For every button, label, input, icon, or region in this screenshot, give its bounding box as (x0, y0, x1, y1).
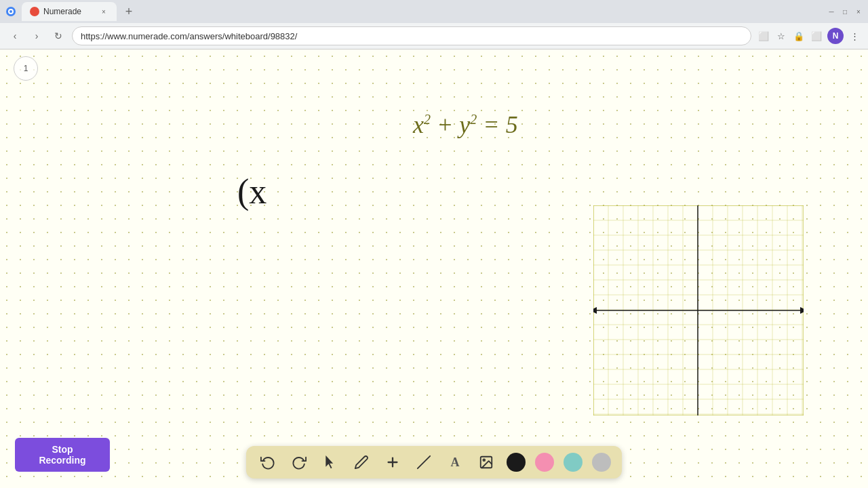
graph-area (593, 205, 804, 415)
text-tool-button[interactable]: A (444, 451, 466, 473)
tab-title: Numerade (43, 7, 81, 16)
refresh-button[interactable]: ↻ (50, 28, 66, 44)
graph-svg (593, 205, 804, 415)
back-button[interactable]: ‹ (7, 28, 23, 44)
tab-close-button[interactable]: × (99, 7, 108, 16)
url-text: https://www.numerade.com/answers/whitebo… (81, 31, 297, 41)
minimize-button[interactable]: ─ (827, 7, 835, 16)
close-button[interactable]: × (854, 7, 863, 16)
partial-expression: (x (237, 171, 267, 211)
menu-icon[interactable]: ⋮ (848, 29, 861, 43)
browser-logo-icon (5, 6, 16, 17)
screen-share-icon[interactable]: ⬜ (757, 29, 770, 43)
extension-icon[interactable]: 🔒 (792, 29, 806, 43)
svg-marker-36 (800, 307, 804, 314)
color-green-button[interactable] (564, 453, 583, 472)
forward-button[interactable]: › (28, 28, 45, 44)
toolbar: A (246, 446, 622, 479)
extensions-icon[interactable]: ⬜ (810, 29, 823, 43)
stop-recording-label: Stop Recording (27, 444, 98, 466)
color-gray-button[interactable] (592, 453, 611, 472)
svg-marker-35 (593, 307, 597, 314)
window-controls: ─ □ × (827, 7, 863, 16)
browser-chrome: Numerade × + ─ □ × ‹ › ↻ https://www.num… (0, 0, 868, 49)
page-indicator: 1 (14, 56, 38, 81)
math-equation: x2 + y2 = 5 (413, 110, 518, 139)
browser-actions: ⬜ ☆ 🔒 ⬜ N ⋮ (757, 28, 861, 44)
image-tool-button[interactable] (475, 451, 497, 473)
pen-tool-button[interactable] (351, 451, 372, 473)
bookmark-icon[interactable]: ☆ (774, 29, 788, 43)
whiteboard-canvas[interactable]: 1 x2 + y2 = 5 (x (0, 49, 868, 488)
tab-favicon-icon (30, 7, 39, 16)
redo-button[interactable] (288, 451, 310, 473)
select-tool-button[interactable] (319, 451, 341, 473)
browser-tab[interactable]: Numerade × (22, 2, 117, 21)
color-pink-button[interactable] (535, 453, 554, 472)
add-tool-button[interactable] (382, 451, 403, 473)
svg-point-2 (9, 10, 12, 13)
address-bar: ‹ › ↻ https://www.numerade.com/answers/w… (0, 23, 868, 49)
eraser-tool-button[interactable] (413, 451, 435, 473)
svg-point-44 (483, 459, 485, 461)
url-input[interactable]: https://www.numerade.com/answers/whitebo… (72, 26, 751, 45)
color-black-button[interactable] (507, 453, 526, 472)
stop-recording-button[interactable]: Stop Recording (15, 438, 110, 472)
new-tab-button[interactable]: + (119, 2, 138, 21)
svg-line-42 (418, 456, 430, 468)
page-number: 1 (24, 64, 28, 73)
title-bar: Numerade × + ─ □ × (0, 0, 868, 23)
profile-avatar[interactable]: N (827, 28, 844, 44)
maximize-button[interactable]: □ (841, 7, 849, 16)
undo-button[interactable] (257, 451, 279, 473)
